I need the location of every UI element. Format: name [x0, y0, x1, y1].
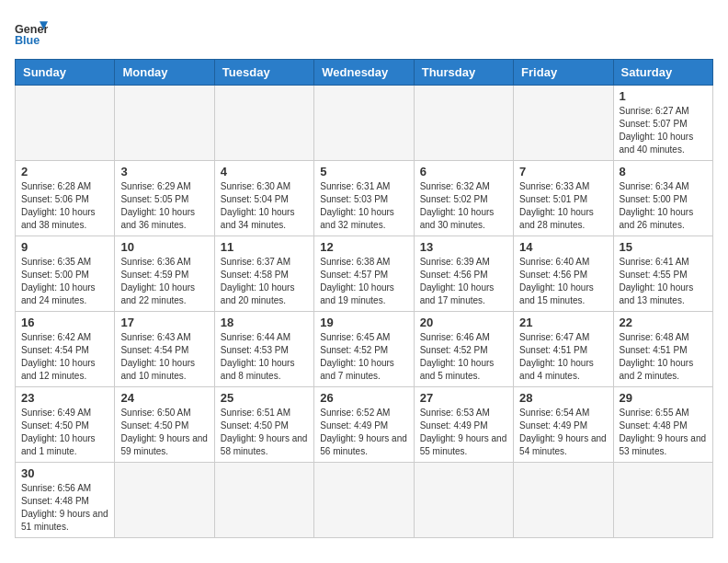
- calendar-cell: 1Sunrise: 6:27 AM Sunset: 5:07 PM Daylig…: [613, 86, 712, 161]
- day-number: 12: [320, 240, 407, 254]
- calendar-header-friday: Friday: [514, 60, 613, 86]
- day-number: 6: [420, 165, 507, 178]
- day-number: 1: [620, 89, 707, 103]
- logo: General Blue: [15, 15, 51, 48]
- day-number: 22: [620, 316, 707, 329]
- calendar-cell: 29Sunrise: 6:55 AM Sunset: 4:48 PM Dayli…: [613, 387, 712, 463]
- day-info: Sunrise: 6:51 AM Sunset: 4:50 PM Dayligh…: [221, 407, 308, 458]
- day-info: Sunrise: 6:41 AM Sunset: 4:55 PM Dayligh…: [620, 256, 707, 307]
- calendar-cell: 10Sunrise: 6:36 AM Sunset: 4:59 PM Dayli…: [115, 236, 214, 312]
- page-header: General Blue: [15, 15, 713, 48]
- calendar-cell: 20Sunrise: 6:46 AM Sunset: 4:52 PM Dayli…: [414, 312, 513, 387]
- day-info: Sunrise: 6:38 AM Sunset: 4:57 PM Dayligh…: [320, 256, 407, 307]
- day-info: Sunrise: 6:37 AM Sunset: 4:58 PM Dayligh…: [221, 256, 308, 307]
- day-info: Sunrise: 6:39 AM Sunset: 4:56 PM Dayligh…: [420, 256, 507, 307]
- day-info: Sunrise: 6:43 AM Sunset: 4:54 PM Dayligh…: [120, 331, 208, 383]
- calendar-cell: 27Sunrise: 6:53 AM Sunset: 4:49 PM Dayli…: [414, 387, 513, 463]
- calendar-cell: 2Sunrise: 6:28 AM Sunset: 5:06 PM Daylig…: [16, 161, 115, 236]
- calendar-cell: [613, 463, 712, 538]
- day-info: Sunrise: 6:42 AM Sunset: 4:54 PM Dayligh…: [21, 331, 108, 383]
- day-number: 11: [221, 240, 308, 254]
- day-info: Sunrise: 6:31 AM Sunset: 5:03 PM Dayligh…: [320, 180, 407, 232]
- calendar-cell: [115, 86, 214, 161]
- calendar-cell: [414, 86, 513, 161]
- calendar-week-5: 23Sunrise: 6:49 AM Sunset: 4:50 PM Dayli…: [16, 387, 713, 463]
- calendar-week-2: 2Sunrise: 6:28 AM Sunset: 5:06 PM Daylig…: [16, 161, 713, 236]
- day-number: 17: [120, 316, 208, 329]
- day-number: 5: [320, 165, 407, 178]
- calendar-cell: [414, 463, 513, 538]
- calendar-cell: 12Sunrise: 6:38 AM Sunset: 4:57 PM Dayli…: [314, 236, 414, 312]
- day-number: 30: [21, 466, 108, 480]
- calendar-table: SundayMondayTuesdayWednesdayThursdayFrid…: [15, 59, 713, 538]
- calendar-cell: 14Sunrise: 6:40 AM Sunset: 4:56 PM Dayli…: [514, 236, 613, 312]
- day-number: 13: [420, 240, 507, 254]
- day-number: 21: [519, 316, 607, 329]
- calendar-cell: 5Sunrise: 6:31 AM Sunset: 5:03 PM Daylig…: [314, 161, 414, 236]
- day-info: Sunrise: 6:55 AM Sunset: 4:48 PM Dayligh…: [620, 407, 707, 458]
- day-number: 24: [120, 391, 208, 405]
- calendar-cell: 16Sunrise: 6:42 AM Sunset: 4:54 PM Dayli…: [16, 312, 115, 387]
- day-info: Sunrise: 6:27 AM Sunset: 5:07 PM Dayligh…: [620, 105, 707, 156]
- calendar-header-thursday: Thursday: [414, 60, 513, 86]
- calendar-cell: 21Sunrise: 6:47 AM Sunset: 4:51 PM Dayli…: [514, 312, 613, 387]
- calendar-cell: [514, 86, 613, 161]
- calendar-cell: 18Sunrise: 6:44 AM Sunset: 4:53 PM Dayli…: [214, 312, 313, 387]
- calendar-cell: [214, 463, 313, 538]
- day-number: 29: [620, 391, 707, 405]
- calendar-cell: 17Sunrise: 6:43 AM Sunset: 4:54 PM Dayli…: [115, 312, 214, 387]
- day-info: Sunrise: 6:45 AM Sunset: 4:52 PM Dayligh…: [320, 331, 407, 383]
- calendar-week-3: 9Sunrise: 6:35 AM Sunset: 5:00 PM Daylig…: [16, 236, 713, 312]
- day-number: 20: [420, 316, 507, 329]
- calendar-cell: 13Sunrise: 6:39 AM Sunset: 4:56 PM Dayli…: [414, 236, 513, 312]
- calendar-header-tuesday: Tuesday: [214, 60, 313, 86]
- day-number: 15: [620, 240, 707, 254]
- day-number: 19: [320, 316, 407, 329]
- day-info: Sunrise: 6:29 AM Sunset: 5:05 PM Dayligh…: [120, 180, 208, 232]
- calendar-cell: 22Sunrise: 6:48 AM Sunset: 4:51 PM Dayli…: [613, 312, 712, 387]
- calendar-header-row: SundayMondayTuesdayWednesdayThursdayFrid…: [16, 60, 713, 86]
- day-number: 27: [420, 391, 507, 405]
- day-info: Sunrise: 6:47 AM Sunset: 4:51 PM Dayligh…: [519, 331, 607, 383]
- day-info: Sunrise: 6:53 AM Sunset: 4:49 PM Dayligh…: [420, 407, 507, 458]
- calendar-cell: 4Sunrise: 6:30 AM Sunset: 5:04 PM Daylig…: [214, 161, 313, 236]
- calendar-cell: [314, 86, 414, 161]
- day-info: Sunrise: 6:35 AM Sunset: 5:00 PM Dayligh…: [21, 256, 108, 307]
- calendar-header-sunday: Sunday: [16, 60, 115, 86]
- calendar-header-wednesday: Wednesday: [314, 60, 414, 86]
- day-number: 25: [221, 391, 308, 405]
- day-info: Sunrise: 6:32 AM Sunset: 5:02 PM Dayligh…: [420, 180, 507, 232]
- calendar-cell: 8Sunrise: 6:34 AM Sunset: 5:00 PM Daylig…: [613, 161, 712, 236]
- day-info: Sunrise: 6:46 AM Sunset: 4:52 PM Dayligh…: [420, 331, 507, 383]
- calendar-week-4: 16Sunrise: 6:42 AM Sunset: 4:54 PM Dayli…: [16, 312, 713, 387]
- day-number: 3: [120, 165, 208, 178]
- day-info: Sunrise: 6:49 AM Sunset: 4:50 PM Dayligh…: [21, 407, 108, 458]
- day-number: 16: [21, 316, 108, 329]
- calendar-cell: 28Sunrise: 6:54 AM Sunset: 4:49 PM Dayli…: [514, 387, 613, 463]
- day-info: Sunrise: 6:54 AM Sunset: 4:49 PM Dayligh…: [519, 407, 607, 458]
- day-info: Sunrise: 6:30 AM Sunset: 5:04 PM Dayligh…: [221, 180, 308, 232]
- day-number: 18: [221, 316, 308, 329]
- day-number: 14: [519, 240, 607, 254]
- calendar-cell: 3Sunrise: 6:29 AM Sunset: 5:05 PM Daylig…: [115, 161, 214, 236]
- calendar-header-monday: Monday: [115, 60, 214, 86]
- calendar-week-1: 1Sunrise: 6:27 AM Sunset: 5:07 PM Daylig…: [16, 86, 713, 161]
- calendar-cell: [314, 463, 414, 538]
- calendar-cell: 30Sunrise: 6:56 AM Sunset: 4:48 PM Dayli…: [16, 463, 115, 538]
- calendar-cell: 26Sunrise: 6:52 AM Sunset: 4:49 PM Dayli…: [314, 387, 414, 463]
- calendar-week-6: 30Sunrise: 6:56 AM Sunset: 4:48 PM Dayli…: [16, 463, 713, 538]
- day-number: 7: [519, 165, 607, 178]
- day-number: 23: [21, 391, 108, 405]
- calendar-header-saturday: Saturday: [613, 60, 712, 86]
- calendar-cell: [514, 463, 613, 538]
- calendar-cell: 23Sunrise: 6:49 AM Sunset: 4:50 PM Dayli…: [16, 387, 115, 463]
- day-number: 9: [21, 240, 108, 254]
- calendar-cell: [16, 86, 115, 161]
- day-info: Sunrise: 6:40 AM Sunset: 4:56 PM Dayligh…: [519, 256, 607, 307]
- calendar-cell: [214, 86, 313, 161]
- day-number: 4: [221, 165, 308, 178]
- calendar-cell: 9Sunrise: 6:35 AM Sunset: 5:00 PM Daylig…: [16, 236, 115, 312]
- day-info: Sunrise: 6:48 AM Sunset: 4:51 PM Dayligh…: [620, 331, 707, 383]
- calendar-cell: 11Sunrise: 6:37 AM Sunset: 4:58 PM Dayli…: [214, 236, 313, 312]
- calendar-cell: 7Sunrise: 6:33 AM Sunset: 5:01 PM Daylig…: [514, 161, 613, 236]
